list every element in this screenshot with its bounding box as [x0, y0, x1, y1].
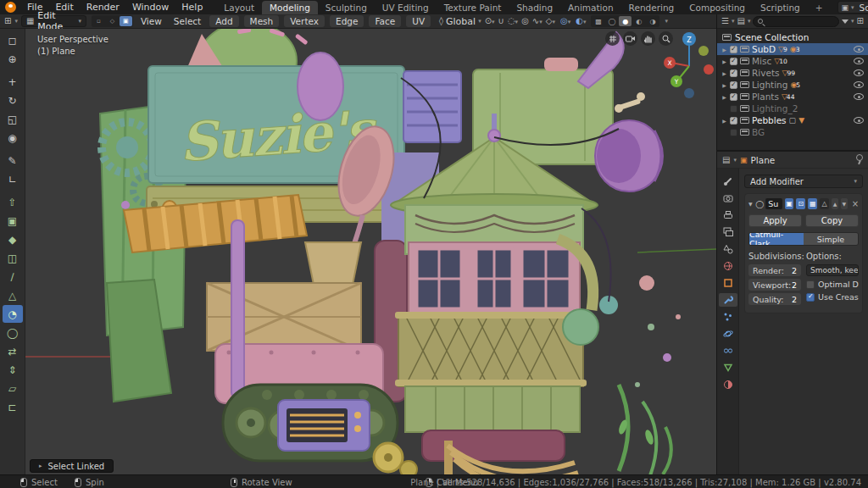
move-down-button[interactable]: ▼	[841, 198, 848, 209]
menu-view[interactable]: View	[136, 16, 166, 26]
toggle-perspective-button[interactable]	[605, 31, 620, 46]
menu-face[interactable]: Face	[369, 15, 401, 27]
tool-knife[interactable]: ∕	[3, 268, 23, 286]
rendered-shading-button[interactable]: ◑	[646, 16, 659, 26]
xray-toggle[interactable]: ▩	[592, 16, 604, 26]
viewport-canvas[interactable]: Suzie's	[25, 29, 716, 474]
new-collection-button[interactable]: ⊞	[857, 17, 864, 25]
tool-shear[interactable]: ▱	[3, 380, 23, 397]
proportional-falloff-dropdown[interactable]: ∿▾	[532, 17, 542, 25]
outliner-row-lighting[interactable]: ▶ Lighting ◉5	[717, 79, 868, 91]
use-creases-row[interactable]: Use Creases	[806, 292, 859, 302]
workspace-tab-layout[interactable]: Layout	[216, 1, 262, 14]
apply-button[interactable]: Apply	[748, 214, 802, 227]
pin-icon[interactable]	[855, 154, 863, 165]
workspace-tab-rendering[interactable]: Rendering	[621, 1, 682, 14]
disclosure-icon[interactable]: ▶	[721, 118, 727, 124]
workspace-tab-compositing[interactable]: Compositing	[682, 1, 753, 14]
tab-material[interactable]	[719, 378, 737, 391]
solid-shading-button[interactable]: ●	[619, 16, 632, 26]
menu-uv[interactable]: UV	[406, 15, 431, 27]
camera-view-button[interactable]	[623, 31, 637, 46]
workspace-tab-scripting[interactable]: Scripting	[753, 1, 808, 14]
add-workspace-button[interactable]: +	[808, 1, 831, 14]
disclosure-icon[interactable]: ▶	[721, 82, 727, 88]
move-up-button[interactable]: ▲	[832, 198, 838, 209]
optimal-display-checkbox[interactable]	[806, 280, 815, 289]
workspace-tab-sculpting[interactable]: Sculpting	[318, 1, 375, 14]
outliner-row-lighting2[interactable]: Lighting_2	[717, 103, 868, 114]
disclosure-icon[interactable]: ▶	[721, 58, 727, 64]
modifier-name-field[interactable]: Su	[765, 198, 782, 209]
menu-window[interactable]: Window	[126, 1, 175, 14]
eye-icon[interactable]	[854, 69, 864, 76]
tool-move[interactable]: +	[3, 73, 23, 91]
outliner-editor-icon[interactable]: ☰	[721, 17, 729, 25]
disclosure-icon[interactable]: ▶	[721, 94, 727, 100]
expand-icon[interactable]: ▼	[748, 201, 754, 207]
transform-orientation-dropdown[interactable]: ◊ Global ▾	[439, 16, 481, 27]
tab-object-data[interactable]	[719, 361, 737, 374]
optimal-display-row[interactable]: Optimal Displ..	[806, 280, 859, 289]
outliner-row-subd[interactable]: ▶ SubD ▽9 ◉3	[717, 43, 868, 55]
tab-output[interactable]	[719, 208, 737, 222]
pan-view-button[interactable]	[641, 31, 655, 46]
cage-toggle[interactable]: △	[820, 198, 829, 209]
collection-checkbox[interactable]	[730, 81, 737, 89]
tool-rotate[interactable]: ↻	[3, 92, 23, 109]
outliner-row-bg[interactable]: BG	[717, 126, 868, 138]
tab-render[interactable]	[719, 191, 737, 205]
scene-collection-row[interactable]: Scene Collection	[717, 30, 868, 43]
tab-constraints[interactable]	[719, 344, 737, 358]
outliner-search[interactable]	[753, 16, 839, 27]
tool-rip-region[interactable]: ⊏	[3, 398, 23, 416]
eye-icon[interactable]	[854, 58, 864, 64]
tool-annotate[interactable]: ✎	[3, 152, 23, 169]
pivot-point-dropdown[interactable]: ⊙▾	[485, 17, 495, 25]
scene-selector[interactable]: ▣ ▾ Scene ×	[837, 1, 868, 14]
snap-target-dropdown[interactable]: ◌▾	[508, 17, 518, 25]
display-mode-icon[interactable]: ▤	[737, 17, 744, 25]
tool-transform[interactable]: ◉	[3, 129, 23, 147]
editmode-toggle[interactable]: ▦	[808, 198, 817, 209]
outliner-row-pebbles[interactable]: ▶ Pebbles ▢ ▼	[717, 114, 868, 126]
tool-poly-build[interactable]: △	[3, 286, 23, 304]
tab-object[interactable]	[719, 276, 737, 290]
face-select-button[interactable]: ▣	[120, 16, 132, 26]
show-gizmo-dropdown[interactable]: ◇▾	[546, 17, 555, 25]
workspace-tab-modeling[interactable]: Modeling	[262, 1, 318, 14]
collection-checkbox[interactable]	[730, 129, 737, 136]
show-overlays-dropdown[interactable]: ◎▾	[560, 17, 570, 25]
properties-editor-icon[interactable]: ▤	[722, 156, 730, 164]
tool-cursor[interactable]: ⊕	[3, 50, 23, 68]
realtime-toggle[interactable]: ⊡	[796, 198, 805, 209]
workspace-tab-texture-paint[interactable]: Texture Paint	[437, 1, 509, 14]
copy-button[interactable]: Copy	[805, 214, 859, 227]
uv-smooth-dropdown[interactable]: Smooth, keep c... ▾	[806, 264, 859, 276]
tab-particles[interactable]	[719, 310, 737, 324]
tool-spin[interactable]: ◔	[3, 305, 23, 323]
tab-world[interactable]	[719, 259, 737, 273]
tool-select-box[interactable]: ◻	[3, 31, 23, 49]
tool-scale[interactable]: ◱	[3, 110, 23, 128]
vertex-select-button[interactable]: ▫	[92, 16, 105, 26]
tool-shrink-fatten[interactable]: ⇕	[3, 361, 23, 379]
orientation-gizmo[interactable]: Z X Y	[663, 29, 716, 130]
outliner-row-plants[interactable]: ▶ Plants ▽44	[717, 91, 868, 103]
eye-icon[interactable]	[854, 93, 864, 100]
collection-checkbox[interactable]	[730, 117, 737, 125]
filter-icon[interactable]	[842, 19, 849, 24]
disclosure-icon[interactable]: ▶	[721, 70, 727, 76]
wireframe-shading-button[interactable]: ◯	[605, 16, 618, 26]
catmull-clark-button[interactable]: Catmull-Clark	[749, 233, 804, 245]
collection-checkbox[interactable]	[730, 46, 737, 53]
tool-extrude-region[interactable]: ⇧	[3, 193, 23, 211]
outliner-search-input[interactable]	[766, 17, 834, 26]
tab-physics[interactable]	[719, 327, 737, 341]
outliner-row-rivets[interactable]: ▶ Rivets ▽99	[717, 67, 868, 79]
snap-magnet-icon[interactable]: ∪	[498, 17, 504, 25]
use-creases-checkbox[interactable]	[806, 293, 815, 302]
outliner-row-misc[interactable]: ▶ Misc ▽10	[717, 55, 868, 67]
tool-smooth[interactable]: ◯	[3, 324, 23, 341]
edge-select-button[interactable]: ◇	[106, 16, 119, 26]
